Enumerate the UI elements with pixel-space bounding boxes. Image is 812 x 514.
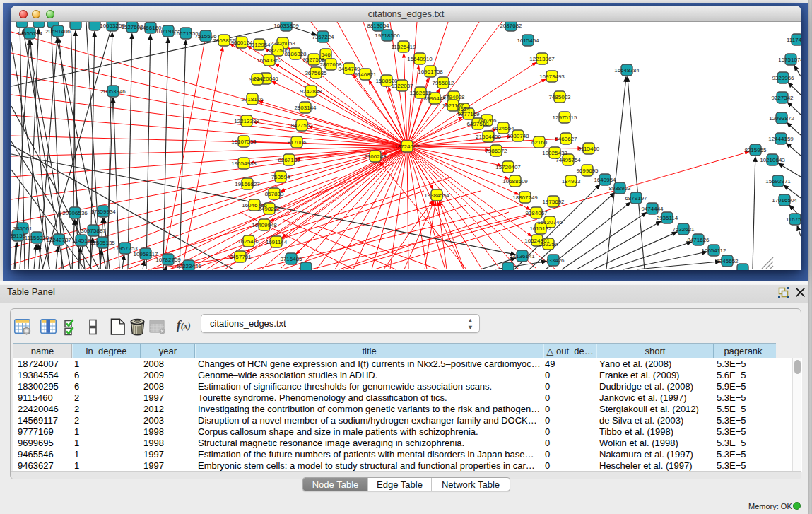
svg-text:62160: 62160 [531, 139, 548, 146]
svg-text:14136141: 14136141 [510, 253, 535, 259]
svg-text:9245652: 9245652 [716, 258, 739, 264]
svg-text:6497508: 6497508 [466, 121, 489, 127]
svg-text:1615132: 1615132 [529, 226, 552, 232]
svg-text:1691144: 1691144 [266, 239, 288, 245]
svg-text:19166827: 19166827 [235, 181, 260, 187]
svg-text:184923: 184923 [562, 178, 581, 185]
svg-text:8938923: 8938923 [608, 185, 631, 192]
svg-text:2718176: 2718176 [241, 96, 264, 103]
svg-text:12213389: 12213389 [234, 118, 259, 124]
svg-text:8267130: 8267130 [278, 157, 300, 163]
svg-text:2803144: 2803144 [294, 105, 317, 111]
svg-text:15692971: 15692971 [765, 178, 791, 185]
svg-text:15751074: 15751074 [778, 57, 801, 63]
svg-text:1322037: 1322037 [391, 83, 413, 89]
svg-text:3716485: 3716485 [280, 256, 302, 262]
svg-text:9227342: 9227342 [771, 95, 794, 101]
svg-text:12213967: 12213967 [529, 56, 555, 62]
svg-text:8215955: 8215955 [744, 147, 767, 153]
svg-text:10025433: 10025433 [542, 150, 567, 156]
svg-text:3498222: 3498222 [258, 206, 281, 212]
svg-text:12242737: 12242737 [46, 237, 71, 243]
svg-text:12444159: 12444159 [768, 136, 794, 142]
svg-text:20206536: 20206536 [62, 210, 88, 216]
svg-text:1733426: 1733426 [542, 257, 565, 264]
svg-text:546: 546 [321, 52, 331, 58]
svg-text:8471626: 8471626 [687, 237, 710, 243]
svg-text:9463627: 9463627 [555, 136, 577, 142]
svg-text:20053346: 20053346 [100, 88, 126, 95]
svg-text:12505135: 12505135 [90, 240, 115, 246]
svg-text:252254: 252254 [539, 241, 558, 247]
svg-text:2935114: 2935114 [657, 215, 678, 221]
svg-text:8813054: 8813054 [367, 23, 389, 29]
svg-text:753594: 753594 [271, 174, 290, 180]
svg-text:335061: 335061 [13, 226, 33, 232]
svg-text:16648784: 16648784 [614, 67, 640, 74]
svg-text:9777169: 9777169 [457, 111, 480, 117]
svg-text:17016504: 17016504 [772, 197, 797, 204]
svg-text:817006: 817006 [288, 139, 307, 146]
svg-text:3675685: 3675685 [305, 70, 327, 76]
svg-text:14055714: 14055714 [17, 30, 42, 37]
svg-text:9084067: 9084067 [525, 210, 548, 216]
svg-text:18724007: 18724007 [394, 144, 420, 150]
svg-text:6794028: 6794028 [442, 94, 465, 100]
svg-text:18807249: 18807249 [512, 194, 538, 201]
svg-text:2300243: 2300243 [364, 153, 387, 160]
svg-text:9146821: 9146821 [354, 71, 377, 78]
svg-text:7632621: 7632621 [672, 226, 695, 233]
svg-text:39159: 39159 [11, 233, 26, 239]
svg-text:1117404: 1117404 [787, 37, 801, 43]
svg-text:19218506: 19218506 [375, 33, 400, 39]
svg-text:8427552: 8427552 [290, 122, 313, 129]
svg-text:10958117: 10958117 [134, 251, 159, 257]
svg-text:16543362: 16543362 [257, 57, 282, 64]
svg-text:16961758: 16961758 [418, 69, 443, 75]
svg-text:1615454: 1615454 [517, 37, 539, 44]
svg-text:9242848: 9242848 [300, 88, 322, 95]
svg-text:114519: 114519 [72, 238, 91, 244]
svg-text:1975692: 1975692 [542, 199, 565, 205]
svg-text:20691406: 20691406 [45, 28, 71, 35]
svg-text:19384554: 19384554 [424, 192, 449, 199]
svg-text:9329966: 9329966 [772, 75, 794, 81]
svg-text:74495754: 74495754 [555, 157, 581, 163]
svg-text:1080748: 1080748 [507, 133, 529, 139]
svg-text:10973493: 10973493 [539, 74, 565, 80]
svg-text:857833: 857833 [265, 191, 284, 197]
svg-text:7955812: 7955812 [432, 80, 454, 86]
svg-text:16782759: 16782759 [155, 257, 181, 263]
svg-text:7357224: 7357224 [312, 34, 334, 40]
svg-text:1624554: 1624554 [492, 125, 514, 132]
svg-text:2087682: 2087682 [500, 23, 522, 29]
svg-text:10210643: 10210643 [760, 157, 785, 163]
svg-text:10688609: 10688609 [502, 178, 528, 185]
svg-text:16409948: 16409948 [252, 222, 277, 228]
svg-text:11325419: 11325419 [392, 44, 417, 50]
svg-text:9457791: 9457791 [229, 254, 252, 260]
svg-text:23226053: 23226053 [270, 40, 295, 47]
svg-text:7625402: 7625402 [237, 238, 260, 245]
svg-text:10654112: 10654112 [702, 247, 727, 254]
svg-text:16033809: 16033809 [273, 23, 299, 29]
svg-text:6879197: 6879197 [625, 195, 647, 201]
svg-text:30975887: 30975887 [81, 228, 106, 234]
svg-text:98901: 98901 [249, 76, 266, 83]
svg-text:17359934: 17359934 [90, 209, 116, 215]
svg-text:12975115: 12975115 [553, 115, 578, 121]
svg-text:9474444: 9474444 [641, 206, 664, 212]
svg-text:116753: 116753 [786, 216, 801, 223]
svg-text:15640910: 15640910 [407, 56, 433, 62]
svg-text:21564456: 21564456 [476, 134, 501, 140]
svg-text:19654983: 19654983 [231, 160, 257, 167]
svg-text:12093872: 12093872 [769, 115, 794, 122]
svg-text:1640954: 1640954 [594, 177, 616, 183]
svg-text:7986372: 7986372 [485, 148, 507, 154]
svg-text:16120746: 16120746 [537, 219, 563, 226]
svg-text:12323446: 12323446 [176, 263, 201, 269]
svg-text:15720407: 15720407 [495, 164, 521, 170]
svg-text:7485003: 7485003 [548, 94, 571, 100]
svg-text:9699695: 9699695 [576, 168, 599, 174]
svg-text:16107554: 16107554 [231, 139, 257, 145]
